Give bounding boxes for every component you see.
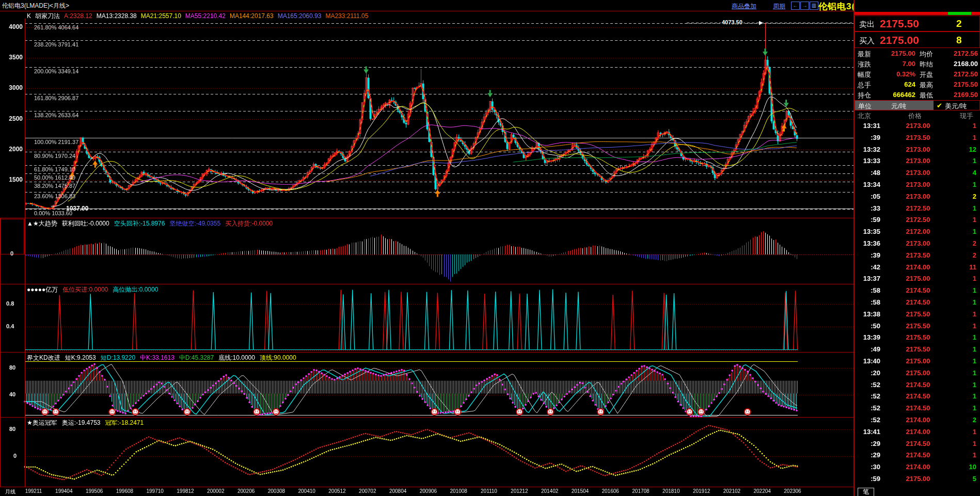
overlay-button[interactable]: 商品叠加 [732,2,756,11]
fib-level-label: 100.00% 2191.37 [34,139,78,145]
indicator-header-item: A:2328.12 [64,12,92,20]
panel-axis-label: 0.8 [6,300,14,307]
tick-qty: 12 [953,146,976,153]
buy-strength-segment [948,12,971,15]
fib-level-label: 261.80% 4064.64 [34,24,78,30]
x-axis-tick: 201008 [445,488,472,494]
tick-qty: 1 [953,428,976,436]
panel-header-item: 坚绝做空:-49.0355 [169,220,220,227]
x-axis-tick: 202102 [718,488,745,494]
tick-price: 2174.00 [895,463,941,471]
tick-qty: 1 [953,228,976,235]
unit-option-usd[interactable]: 美元/吨 [945,102,967,111]
tick-list-header: 北京 价格 现手 [855,111,980,121]
tick-row: 13:362173.002 [855,239,980,251]
tick-price: 2175.50 [895,310,941,318]
tick-qty: 1 [953,204,976,212]
indicator-header-item: 胡家刀法 [35,12,60,20]
tick-row: :592175.005 [855,475,980,486]
price-axis-label: 3000 [3,84,23,91]
price-axis-label: 2500 [3,115,23,122]
tick-time: 13:31 [856,122,880,130]
tick-time: :50 [856,322,880,330]
tick-row: :522174.501 [855,392,980,404]
panel-header-item: 买入持货:-0.0000 [225,220,273,227]
x-axis-tick: 200308 [263,488,290,494]
tick-time: :59 [856,216,880,223]
tick-row: :292174.501 [855,451,980,462]
tick-list[interactable]: 13:312173.001:392173.50113:322173.001213… [855,122,980,487]
tick-row: :492175.501 [855,345,980,357]
tick-time: :39 [856,251,880,259]
panel-header-item: 短D:13.9220 [101,354,135,361]
forward-icon[interactable]: → [800,2,809,10]
tick-price: 2173.00 [895,146,941,153]
x-axis-tick: 201708 [627,488,654,494]
quote-row: 持仓666462最低2169.50 [855,90,980,101]
tick-time: :39 [856,134,880,141]
tick-price: 2172.50 [895,204,941,212]
tick-price: 2175.50 [895,322,941,330]
x-axis-tick: 200906 [415,488,441,494]
tick-price: 2173.00 [895,122,941,130]
x-axis-tick: 200702 [354,488,381,494]
tick-row: :522174.501 [855,404,980,415]
tick-time: 13:34 [856,181,880,188]
quote-value: 2169.50 [939,91,978,99]
bid-box[interactable]: 买入 2175.00 8 [855,31,980,48]
indicator-header-item: K [27,12,31,20]
quote-label: 涨跌 [858,60,871,69]
buy-sell-strength-bar [855,12,980,15]
x-axis-tick: 199812 [172,488,199,494]
tick-row: :292174.501 [855,440,980,451]
unit-option-cny[interactable]: 元/吨 [891,102,907,111]
tick-time: :59 [856,475,880,483]
split-window-icon[interactable]: ▥ [810,2,818,10]
fib-level-label: 38.20% 1475.87 [34,183,75,189]
tick-price: 2174.00 [895,263,941,271]
quote-value: 2172.50 [939,70,978,78]
tick-price: 2175.50 [895,333,941,341]
tick-row: :592172.501 [855,216,980,227]
indicator-header-item: MA144:2017.63 [230,12,274,20]
tick-price: 2174.50 [895,381,941,389]
price-axis-label: 4000 [3,23,23,30]
panel-header-item: 中D:45.3287 [179,354,214,361]
tick-row: :332172.501 [855,204,980,216]
x-axis-tick: 199608 [111,488,138,494]
chart-area[interactable]: K胡家刀法A:2328.12MA13:2328.38MA21:2557.10MA… [0,11,853,496]
tick-row: 13:372175.001 [855,275,980,286]
panel-header-item: 短K:9.2053 [65,354,96,361]
tick-time: 13:35 [856,228,880,235]
indicator-header-item: MA13:2328.38 [97,12,137,20]
tick-price: 2174.50 [895,286,941,294]
tick-qty: 1 [953,275,976,282]
x-axis-tick: 199404 [51,488,77,494]
tick-price: 2174.50 [895,392,941,400]
sell-strength-segment [855,12,948,15]
quote-value: 2168.00 [939,60,978,68]
period-button[interactable]: 周期 [773,2,785,11]
tick-time: :52 [856,381,880,389]
panel-header-item: 顶线:90.0000 [260,354,296,361]
panel-header-item: ★奥运冠军 [27,419,57,426]
tick-time: 13:37 [856,275,880,282]
indicator-header: K胡家刀法A:2328.12MA13:2328.38MA21:2557.10MA… [27,12,372,21]
tick-row: 13:352172.001 [855,228,980,239]
ask-box[interactable]: 卖出 2175.50 2 [855,15,980,31]
tick-price: 2175.50 [895,345,941,353]
panel-header-item: 获利回吐:-0.0000 [62,220,109,227]
tick-col-time: 北京 [858,111,871,121]
tab-bi[interactable]: 笔 [858,488,874,496]
panel-header-item: ●●●●●亿万 [27,286,58,293]
quote-value: 7.00 [877,60,915,68]
tick-price: 2175.00 [895,357,941,365]
panel-header-yiwan: ●●●●●亿万低位买进:0.0000高位抛出:0.0000 [27,285,163,294]
tick-qty: 4 [953,169,976,177]
tick-qty: 2 [953,416,976,424]
back-icon[interactable]: ← [791,2,800,10]
indicator-header-item: MA55:2210.42 [185,12,226,20]
x-axis-tick: 200206 [233,488,260,494]
panel-header-item: 冠军:-18.2471 [105,419,144,426]
tick-qty: 1 [953,286,976,294]
